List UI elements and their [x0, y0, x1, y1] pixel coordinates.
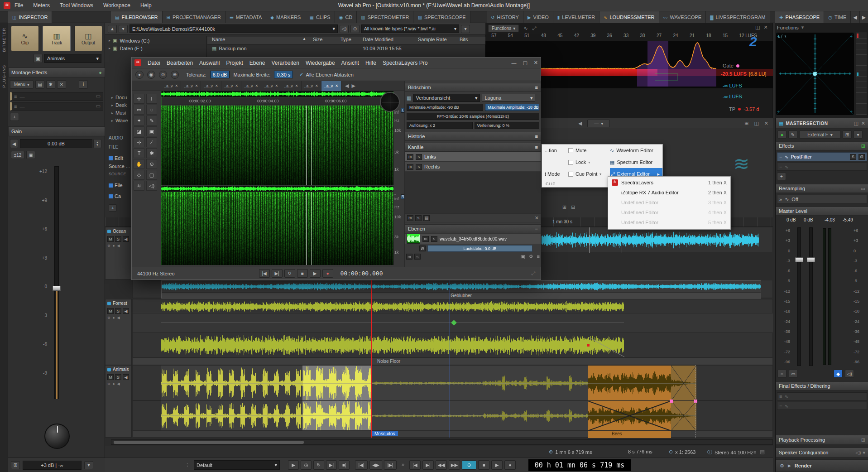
track-select[interactable]: Animals▾: [44, 54, 101, 63]
track-rec-icon[interactable]: ●: [113, 244, 115, 248]
tree-item-partial[interactable]: ▸Docu: [111, 95, 127, 100]
tree-item-daten-e[interactable]: ▸▣Daten (E:): [109, 45, 143, 51]
eraser-tool[interactable]: ◪: [134, 126, 144, 136]
zoom-factor[interactable]: x 1: 2563: [675, 449, 695, 455]
close-icon[interactable]: ✕: [335, 84, 338, 88]
go-end-button[interactable]: ▶|: [422, 460, 434, 470]
add-slot-button[interactable]: +: [777, 173, 786, 180]
rewind-button[interactable]: ◀◀: [436, 460, 447, 470]
master-fader-track-right[interactable]: [809, 227, 813, 366]
menu-item-waveform-editor[interactable]: ∿Waveform Editor: [610, 148, 662, 154]
master-power-button[interactable]: ●: [777, 130, 786, 139]
play-region-button[interactable]: |▶|: [384, 460, 397, 470]
tree-item-partial[interactable]: ▸Desk: [111, 102, 127, 108]
record-button[interactable]: ●: [504, 460, 516, 470]
historie-header[interactable]: Historie≡: [405, 132, 541, 141]
channel-row-links[interactable]: msLinks: [405, 152, 541, 162]
mute-button[interactable]: M: [107, 308, 114, 314]
track-header-animals[interactable]: Animals MS◀ ⊕●◀: [105, 365, 132, 438]
bitmeter-dock-tab[interactable]: BITMETER: [2, 28, 6, 52]
tab-livespectrogram[interactable]: ▓LIVESPECTROGRAM: [706, 11, 770, 23]
selection-length[interactable]: 8 s 776 ms: [628, 449, 652, 454]
add-effect-button[interactable]: +: [10, 113, 19, 121]
document-tab[interactable]: ..a..v✕: [241, 81, 261, 91]
gain-header[interactable]: Gain: [8, 126, 105, 136]
col-type[interactable]: Type: [340, 37, 351, 42]
track-input-icon[interactable]: ◀: [117, 244, 120, 248]
preset-menu-button[interactable]: ▾: [854, 130, 863, 139]
tab-cd[interactable]: ◉CD: [335, 11, 357, 23]
sl-stop-button[interactable]: ■: [297, 269, 308, 278]
tree-item-partial[interactable]: ▸Musi: [111, 110, 126, 116]
document-tab[interactable]: ..a..v✕: [261, 81, 281, 91]
envelope-point[interactable]: [451, 320, 457, 326]
close-icon[interactable]: ✕: [534, 60, 538, 66]
cube-3d-tool[interactable]: ◇: [134, 170, 144, 180]
menu-file[interactable]: File: [14, 2, 23, 9]
master-brush-button[interactable]: ✎: [788, 130, 797, 139]
track-input-icon[interactable]: ◀: [117, 316, 120, 320]
mono-button[interactable]: ◆: [834, 370, 843, 378]
sl-menu-wiedergabe[interactable]: Wiedergabe: [306, 60, 335, 66]
preroll-button[interactable]: ⊙: [462, 460, 476, 470]
gain-lock-button[interactable]: ▣: [26, 151, 35, 159]
close-icon[interactable]: ✕: [861, 120, 865, 126]
menu-meters[interactable]: Meters: [33, 2, 50, 9]
search-button[interactable]: ⊙: [350, 25, 360, 33]
tab-wavescope[interactable]: 〰WAVESCOPE: [659, 11, 706, 23]
audition-button[interactable]: ◁): [340, 25, 349, 33]
zoom-preset-select[interactable]: —▾: [587, 120, 610, 127]
layout-icon[interactable]: ◫: [754, 120, 758, 126]
expand-icon[interactable]: ▸: [111, 119, 113, 123]
effects-menu-button[interactable]: Menu▾: [10, 80, 34, 89]
spectralayers-titlebar[interactable]: ≋ Datei Bearbeiten Auswahl Projekt Ebene…: [132, 58, 541, 68]
document-tab[interactable]: ..a..v✕: [221, 81, 241, 91]
expand-icon[interactable]: ▸: [111, 96, 113, 100]
track-select-icon-button[interactable]: ▣: [34, 54, 43, 63]
document-tab[interactable]: ..a..v✕: [161, 81, 181, 91]
inspector-output-button[interactable]: ◫Output: [74, 26, 102, 51]
document-tab[interactable]: ..a..v✕: [201, 81, 221, 91]
level-menu-button[interactable]: ▾: [84, 461, 93, 469]
sl-go-end-button[interactable]: ▶|: [272, 269, 283, 278]
layer-menu-icon[interactable]: ≡: [537, 254, 540, 260]
navigator-knob[interactable]: [380, 92, 400, 112]
monitor-button[interactable]: ◀: [123, 374, 129, 380]
col-name[interactable]: Name: [212, 37, 225, 42]
layer-phase-button[interactable]: Ø: [419, 246, 426, 251]
tab-next-icon[interactable]: ▶: [351, 83, 355, 89]
zoom-tool[interactable]: ⊙: [146, 159, 157, 169]
postfilter-slot[interactable]: ≡∿PostFilter SØ: [777, 152, 867, 161]
channel-mute[interactable]: m: [407, 154, 413, 160]
gain-fader-handle[interactable]: [53, 286, 61, 291]
track-geblubber-row[interactable]: Geblubber: [132, 280, 773, 298]
envelope-line[interactable]: [161, 323, 624, 323]
layer-add-mute[interactable]: m: [406, 254, 412, 260]
sl-menu-verarbeiten[interactable]: Verarbeiten: [271, 60, 299, 66]
go-start-button[interactable]: |◀: [409, 460, 421, 470]
clear-button[interactable]: ✕: [57, 80, 66, 89]
master-fader-track-left[interactable]: [797, 227, 801, 366]
monitor-knob[interactable]: [44, 424, 70, 449]
spectrogram-left-canvas[interactable]: [161, 106, 393, 185]
play-button[interactable]: ▶: [491, 460, 503, 470]
tab-inspector[interactable]: ◫INSPECTOR: [8, 11, 52, 23]
audio-format[interactable]: Stereo 44 100 Hz: [715, 450, 753, 455]
timecode-display[interactable]: 00 h 01 mn 06 s 719 ms: [528, 459, 631, 471]
playback-icon[interactable]: ⊞: [861, 437, 865, 443]
channel-solo[interactable]: s: [416, 154, 422, 160]
kanaele-header[interactable]: Kanäle≡: [405, 143, 541, 152]
timer-button[interactable]: ◷: [301, 460, 312, 470]
tab-spectrometer[interactable]: ▥SPECTROMETER: [357, 11, 413, 23]
sl-menu-datei[interactable]: Datei: [148, 60, 160, 66]
sl-loop-button[interactable]: ↻: [284, 269, 295, 278]
transport-menu-icon[interactable]: ⋮: [185, 462, 190, 468]
sl-menu-ebene[interactable]: Ebene: [249, 60, 265, 66]
sort-icon[interactable]: ▲: [302, 37, 306, 41]
transport-preset-select[interactable]: Default▾: [194, 460, 280, 470]
geblubber-clip[interactable]: Geblubber: [161, 280, 761, 299]
grid-toggle-icon[interactable]: ⊞: [744, 120, 748, 126]
folder-button[interactable]: ▤: [35, 80, 44, 89]
expand-icon[interactable]: ▸: [111, 111, 113, 115]
all-solo-button[interactable]: s: [415, 215, 422, 221]
